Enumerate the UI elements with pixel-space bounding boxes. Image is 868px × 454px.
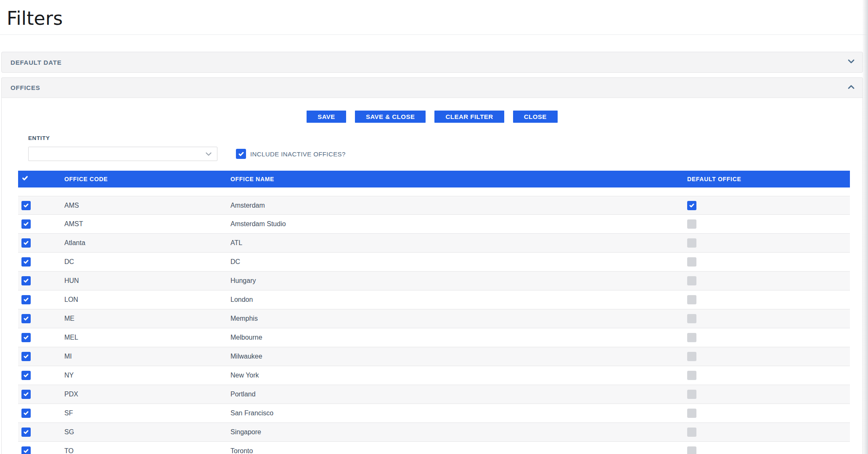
scrollbar-track[interactable]: [862, 0, 868, 454]
row-select-checkbox[interactable]: [21, 446, 31, 454]
office-code-cell: MI: [64, 353, 230, 360]
office-name-cell: Singapore: [230, 428, 687, 436]
table-row: SG Singapore: [18, 423, 850, 442]
table-row: Atlanta ATL: [18, 234, 850, 253]
table-row: LON London: [18, 290, 850, 309]
office-code-cell: LON: [64, 296, 230, 304]
row-select-checkbox[interactable]: [21, 333, 31, 342]
office-name-cell: London: [230, 296, 687, 304]
office-name-cell: Amsterdam: [230, 202, 687, 209]
office-name-cell: Memphis: [230, 315, 687, 322]
offices-panel-body: SAVE SAVE & CLOSE CLEAR FILTER CLOSE ENT…: [2, 98, 863, 454]
office-name-cell: Portland: [230, 391, 687, 398]
entity-row: INCLUDE INACTIVE OFFICES?: [28, 147, 863, 161]
accordion-offices: OFFICES SAVE SAVE & CLOSE CLEAR FILTER C…: [1, 77, 863, 454]
row-select-checkbox[interactable]: [21, 238, 31, 248]
row-select-checkbox[interactable]: [21, 428, 31, 437]
default-office-checkbox[interactable]: [687, 238, 696, 248]
row-select-checkbox[interactable]: [21, 276, 31, 285]
office-name-cell: New York: [230, 372, 687, 379]
save-and-close-button[interactable]: SAVE & CLOSE: [355, 111, 426, 123]
office-code-cell: HUN: [64, 277, 230, 285]
office-name-cell: Hungary: [230, 277, 687, 285]
include-inactive-checkbox[interactable]: [236, 149, 246, 159]
offices-table: OFFICE CODE OFFICE NAME DEFAULT OFFICE A…: [18, 171, 850, 454]
default-office-checkbox[interactable]: [687, 276, 696, 285]
default-office-checkbox[interactable]: [687, 371, 696, 380]
row-select-checkbox[interactable]: [21, 352, 31, 361]
accordion-default-date: DEFAULT DATE: [1, 52, 863, 73]
table-row: SF San Francisco: [18, 404, 850, 423]
default-office-checkbox[interactable]: [687, 428, 696, 437]
table-body: AMS Amsterdam AMST Amsterdam Studio: [18, 196, 850, 454]
default-office-checkbox[interactable]: [687, 352, 696, 361]
accordion-offices-header[interactable]: OFFICES: [2, 78, 863, 98]
row-select-checkbox[interactable]: [21, 390, 31, 399]
office-name-cell: San Francisco: [230, 409, 687, 417]
office-code-cell: PDX: [64, 391, 230, 398]
office-name-cell: Toronto: [230, 447, 687, 454]
table-row: MI Milwaukee: [18, 347, 850, 366]
filters-accordion-area: DEFAULT DATE OFFICES SAVE SAVE & CLOSE: [0, 52, 868, 454]
default-office-checkbox[interactable]: [687, 333, 696, 342]
default-office-checkbox[interactable]: [687, 314, 696, 323]
office-code-header: OFFICE CODE: [64, 176, 230, 182]
office-name-cell: Amsterdam Studio: [230, 220, 687, 228]
office-code-cell: SG: [64, 428, 230, 436]
default-office-checkbox[interactable]: [687, 409, 696, 418]
chevron-down-icon: [847, 58, 855, 66]
check-icon: [21, 175, 29, 182]
default-office-checkbox[interactable]: [687, 446, 696, 454]
table-row: TO Toronto: [18, 442, 850, 454]
row-select-checkbox[interactable]: [21, 409, 31, 418]
accordion-offices-label: OFFICES: [11, 84, 40, 91]
office-code-cell: NY: [64, 372, 230, 379]
table-row: HUN Hungary: [18, 272, 850, 290]
row-select-checkbox[interactable]: [21, 295, 31, 304]
table-header-row: OFFICE CODE OFFICE NAME DEFAULT OFFICE: [18, 171, 850, 187]
close-button[interactable]: CLOSE: [513, 111, 558, 123]
default-office-checkbox[interactable]: [687, 390, 696, 399]
office-code-cell: ME: [64, 315, 230, 322]
office-name-header: OFFICE NAME: [230, 176, 687, 182]
table-row: AMS Amsterdam: [18, 196, 850, 215]
default-office-checkbox[interactable]: [687, 219, 696, 229]
row-select-checkbox[interactable]: [21, 314, 31, 323]
row-select-checkbox[interactable]: [21, 257, 31, 267]
default-office-checkbox[interactable]: [687, 201, 696, 210]
accordion-default-date-header[interactable]: DEFAULT DATE: [2, 52, 863, 72]
include-inactive-label: INCLUDE INACTIVE OFFICES?: [250, 150, 346, 158]
toolbar: SAVE SAVE & CLOSE CLEAR FILTER CLOSE: [2, 98, 863, 123]
entity-select[interactable]: [28, 147, 217, 161]
office-code-cell: TO: [64, 447, 230, 454]
page-title: Filters: [7, 8, 868, 29]
office-code-cell: DC: [64, 258, 230, 266]
save-button[interactable]: SAVE: [307, 111, 346, 123]
accordion-default-date-label: DEFAULT DATE: [11, 59, 62, 66]
page-header: Filters: [0, 0, 868, 35]
table-row: AMST Amsterdam Studio: [18, 215, 850, 234]
office-name-cell: DC: [230, 258, 687, 266]
row-select-checkbox[interactable]: [21, 219, 31, 229]
table-row: PDX Portland: [18, 385, 850, 404]
entity-label: ENTITY: [28, 135, 863, 141]
office-name-cell: Milwaukee: [230, 353, 687, 360]
row-select-checkbox[interactable]: [21, 201, 31, 210]
office-code-cell: AMS: [64, 202, 230, 209]
clear-filter-button[interactable]: CLEAR FILTER: [434, 111, 504, 123]
office-code-cell: SF: [64, 409, 230, 417]
office-code-cell: Atlanta: [64, 239, 230, 247]
row-select-checkbox[interactable]: [21, 371, 31, 380]
chevron-down-icon: [205, 151, 212, 158]
table-row: DC DC: [18, 253, 850, 272]
default-office-header: DEFAULT OFFICE: [687, 176, 850, 182]
table-row: ME Memphis: [18, 309, 850, 328]
office-code-cell: MEL: [64, 334, 230, 341]
default-office-checkbox[interactable]: [687, 257, 696, 267]
select-all-header[interactable]: [18, 175, 64, 183]
office-name-cell: ATL: [230, 239, 687, 247]
default-office-checkbox[interactable]: [687, 295, 696, 304]
office-code-cell: AMST: [64, 220, 230, 228]
chevron-up-icon: [847, 84, 855, 92]
office-name-cell: Melbourne: [230, 334, 687, 341]
